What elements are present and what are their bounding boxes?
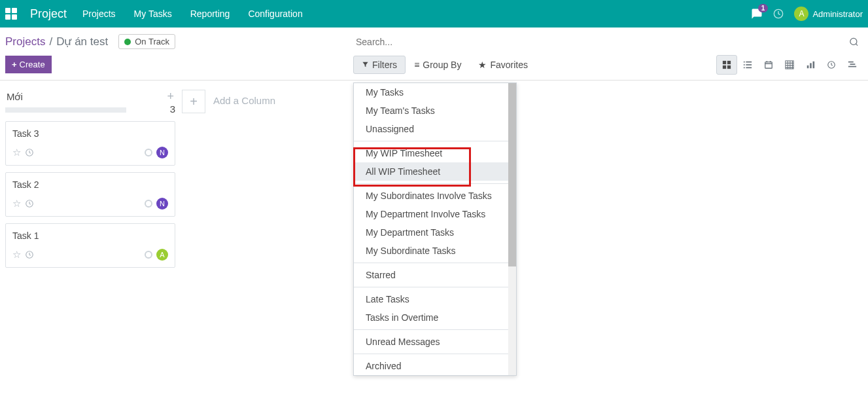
dropdown-separator <box>354 263 516 263</box>
priority-star-icon[interactable]: ☆ <box>12 249 21 261</box>
search-input[interactable] <box>353 31 863 52</box>
add-column-button[interactable]: + <box>182 90 205 113</box>
view-calendar-button[interactable] <box>758 55 779 75</box>
view-kanban-button[interactable] <box>716 55 737 75</box>
activity-icon[interactable] <box>773 9 784 19</box>
assignee-avatar[interactable]: A <box>156 249 168 261</box>
scrollbar-thumb[interactable] <box>508 83 516 266</box>
list-icon: ≡ <box>414 60 419 70</box>
dropdown-separator <box>354 183 516 184</box>
svg-rect-3 <box>727 60 731 64</box>
filter-option[interactable]: Tasks in Overtime <box>354 308 516 327</box>
breadcrumb-parent[interactable]: Projects <box>5 35 45 48</box>
filter-option[interactable]: My Department Involve Tasks <box>354 205 516 223</box>
card-title: Task 3 <box>12 128 168 139</box>
svg-rect-7 <box>746 61 752 62</box>
status-label: On Track <box>135 37 169 46</box>
nav-menu-mytasks[interactable]: My Tasks <box>134 9 172 19</box>
filter-option[interactable]: All WIP Timesheet <box>354 162 516 181</box>
kanban-card[interactable]: Task 3 ☆ N <box>5 121 175 166</box>
filter-option[interactable]: Late Tasks <box>354 290 516 308</box>
user-menu[interactable]: A Administrator <box>794 7 863 21</box>
view-list-button[interactable] <box>737 55 758 75</box>
nav-menu-reporting[interactable]: Reporting <box>190 9 230 19</box>
filters-button[interactable]: Filters <box>353 56 406 74</box>
filter-option[interactable]: My Team's Tasks <box>354 101 516 120</box>
groupby-button[interactable]: ≡ Group By <box>406 56 470 74</box>
favorites-button[interactable]: ★ Favorites <box>470 56 536 74</box>
filter-option[interactable]: Archived <box>354 357 516 375</box>
priority-star-icon[interactable]: ☆ <box>12 147 21 158</box>
nav-menu-configuration[interactable]: Configuration <box>248 9 302 19</box>
activity-clock-icon[interactable] <box>25 250 34 259</box>
breadcrumb-current: Dự án test <box>56 35 108 48</box>
kanban-icon <box>722 60 731 69</box>
add-column: + Add a Column <box>182 87 275 391</box>
apps-icon <box>5 8 17 20</box>
filter-option[interactable]: Unassigned <box>354 120 516 138</box>
filter-option[interactable]: My Department Tasks <box>354 223 516 242</box>
add-column-label[interactable]: Add a Column <box>213 90 275 106</box>
create-label: Create <box>20 60 45 69</box>
column-quick-add[interactable]: + <box>167 90 174 103</box>
filter-option[interactable]: Unread Messages <box>354 333 516 351</box>
plus-icon: + <box>12 60 17 69</box>
filter-option[interactable]: My Subordinates Involve Tasks <box>354 187 516 205</box>
view-gantt-button[interactable] <box>842 55 863 75</box>
breadcrumb-sep: / <box>49 35 52 48</box>
activity-clock-icon[interactable] <box>25 148 34 157</box>
dropdown-scrollbar[interactable] <box>508 83 516 375</box>
apps-launcher[interactable] <box>5 8 17 20</box>
assignee-avatar[interactable]: N <box>156 147 168 158</box>
breadcrumb: Projects / Dự án test <box>5 35 108 48</box>
funnel-icon <box>362 61 369 68</box>
app-brand[interactable]: Project <box>30 7 67 21</box>
view-graph-button[interactable] <box>800 55 821 75</box>
graph-icon <box>806 60 815 69</box>
svg-rect-4 <box>723 65 726 68</box>
filter-option[interactable]: My Tasks <box>354 83 516 101</box>
pivot-icon <box>785 60 794 69</box>
list-view-icon <box>743 60 752 69</box>
svg-rect-2 <box>723 60 726 64</box>
filter-option[interactable]: Starred <box>354 266 516 284</box>
column-count: 3 <box>5 103 175 115</box>
svg-rect-19 <box>850 64 856 65</box>
view-activity-button[interactable] <box>821 55 842 75</box>
filter-option[interactable]: My Subordinate Tasks <box>354 242 516 260</box>
state-circle-icon[interactable] <box>145 149 152 156</box>
kanban-card[interactable]: Task 1 ☆ A <box>5 223 175 268</box>
kanban-card[interactable]: Task 2 ☆ N <box>5 172 175 217</box>
nav-menu-projects[interactable]: Projects <box>82 9 116 19</box>
messaging-icon[interactable]: 1 <box>751 8 763 20</box>
dropdown-separator <box>354 287 516 287</box>
svg-rect-16 <box>813 61 815 68</box>
activity-clock-icon[interactable] <box>25 199 34 208</box>
state-circle-icon[interactable] <box>145 251 152 259</box>
view-pivot-button[interactable] <box>779 55 800 75</box>
svg-rect-15 <box>810 63 812 68</box>
filter-option[interactable]: My WIP Timesheet <box>354 144 516 162</box>
activity-clock-icon <box>827 60 836 69</box>
status-badge[interactable]: On Track <box>118 34 175 49</box>
create-button[interactable]: + Create <box>5 56 52 73</box>
svg-rect-20 <box>848 65 856 67</box>
calendar-icon <box>764 60 773 69</box>
card-title: Task 1 <box>12 230 168 241</box>
favorites-label: Favorites <box>490 60 528 70</box>
column-title[interactable]: Mới <box>7 91 167 103</box>
priority-star-icon[interactable]: ☆ <box>12 198 21 210</box>
search-icon[interactable] <box>849 37 859 47</box>
view-switcher <box>716 55 863 75</box>
svg-rect-18 <box>848 61 854 62</box>
svg-rect-12 <box>765 62 773 68</box>
assignee-avatar[interactable]: N <box>156 198 168 210</box>
svg-rect-9 <box>746 64 752 65</box>
notification-badge: 1 <box>758 4 769 12</box>
gantt-icon <box>848 60 857 69</box>
kanban-column: Mới + 3 Task 3 ☆ N Task 2 ☆ N Task 1 <box>5 87 175 391</box>
dropdown-separator <box>354 141 516 141</box>
svg-rect-11 <box>746 67 752 68</box>
state-circle-icon[interactable] <box>145 200 152 208</box>
avatar: A <box>794 7 808 21</box>
